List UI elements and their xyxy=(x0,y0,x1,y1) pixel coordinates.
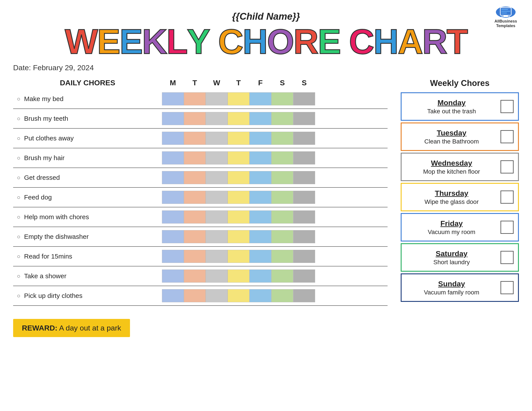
day-box[interactable] xyxy=(293,132,315,145)
day-box[interactable] xyxy=(184,250,206,263)
day-box[interactable] xyxy=(228,289,249,302)
day-box[interactable] xyxy=(228,191,249,204)
day-box[interactable] xyxy=(206,230,228,243)
child-name: {{Child Name}} xyxy=(13,11,519,22)
day-box[interactable] xyxy=(293,92,315,105)
day-box[interactable] xyxy=(228,151,249,165)
day-box[interactable] xyxy=(271,250,293,263)
day-box[interactable] xyxy=(162,230,184,243)
day-box[interactable] xyxy=(206,289,228,302)
day-box[interactable] xyxy=(249,230,271,243)
day-box[interactable] xyxy=(162,92,184,105)
day-box[interactable] xyxy=(293,151,315,165)
day-box[interactable] xyxy=(249,112,271,125)
day-box[interactable] xyxy=(293,270,315,283)
day-box[interactable] xyxy=(271,289,293,302)
day-box[interactable] xyxy=(228,210,249,224)
day-box[interactable] xyxy=(162,191,184,204)
day-box[interactable] xyxy=(206,191,228,204)
day-box[interactable] xyxy=(293,289,315,302)
logo: AllBusinessTemplates xyxy=(493,7,519,28)
day-box[interactable] xyxy=(293,112,315,125)
day-box[interactable] xyxy=(271,270,293,283)
day-box[interactable] xyxy=(228,250,249,263)
day-box[interactable] xyxy=(293,210,315,224)
day-box[interactable] xyxy=(249,132,271,145)
day-box[interactable] xyxy=(228,230,249,243)
day-box[interactable] xyxy=(228,270,249,283)
letter-c1: C xyxy=(218,24,243,59)
day-box[interactable] xyxy=(293,171,315,184)
day-box[interactable] xyxy=(271,132,293,145)
day-box[interactable] xyxy=(271,151,293,165)
day-box[interactable] xyxy=(249,151,271,165)
weekly-item-tuesday: Tuesday Clean the Bathroom xyxy=(401,122,519,151)
day-box[interactable] xyxy=(162,171,184,184)
day-box[interactable] xyxy=(249,289,271,302)
svg-rect-2 xyxy=(501,16,510,17)
chore-row: ○ Brush my teeth xyxy=(13,109,388,129)
day-box[interactable] xyxy=(206,112,228,125)
chore-name: Brush my hair xyxy=(24,154,162,162)
day-box[interactable] xyxy=(293,250,315,263)
day-box[interactable] xyxy=(271,112,293,125)
day-box[interactable] xyxy=(228,132,249,145)
day-box[interactable] xyxy=(228,92,249,105)
logo-circle xyxy=(496,7,516,18)
day-box[interactable] xyxy=(271,171,293,184)
day-box[interactable] xyxy=(249,191,271,204)
day-box[interactable] xyxy=(184,132,206,145)
day-box[interactable] xyxy=(293,191,315,204)
day-box[interactable] xyxy=(249,210,271,224)
day-box[interactable] xyxy=(249,250,271,263)
day-box[interactable] xyxy=(184,171,206,184)
weekly-checkbox[interactable] xyxy=(501,130,514,143)
day-box[interactable] xyxy=(206,132,228,145)
day-box[interactable] xyxy=(206,270,228,283)
day-box[interactable] xyxy=(162,270,184,283)
day-box[interactable] xyxy=(206,250,228,263)
day-box[interactable] xyxy=(228,112,249,125)
day-box[interactable] xyxy=(184,191,206,204)
day-box[interactable] xyxy=(184,151,206,165)
day-box[interactable] xyxy=(206,210,228,224)
chore-name: Help mom with chores xyxy=(24,213,162,221)
chore-name: Read for 15mins xyxy=(24,253,162,260)
weekly-checkbox[interactable] xyxy=(501,160,514,173)
day-box[interactable] xyxy=(184,230,206,243)
day-box[interactable] xyxy=(249,171,271,184)
day-box[interactable] xyxy=(271,230,293,243)
day-box[interactable] xyxy=(162,250,184,263)
chore-row: ○ Read for 15mins xyxy=(13,247,388,266)
chore-name: Take a shower xyxy=(24,272,162,280)
day-box[interactable] xyxy=(162,210,184,224)
day-box[interactable] xyxy=(162,151,184,165)
day-box[interactable] xyxy=(162,132,184,145)
day-box[interactable] xyxy=(271,210,293,224)
day-box[interactable] xyxy=(162,289,184,302)
day-box[interactable] xyxy=(184,112,206,125)
day-box[interactable] xyxy=(184,289,206,302)
date-label: Date: February 29, 2024 xyxy=(13,64,519,72)
day-box[interactable] xyxy=(162,112,184,125)
weekly-checkbox[interactable] xyxy=(501,251,514,264)
day-box[interactable] xyxy=(249,270,271,283)
svg-rect-3 xyxy=(501,9,508,10)
letter-e3: E xyxy=(318,24,340,59)
day-box[interactable] xyxy=(271,191,293,204)
day-box[interactable] xyxy=(249,92,271,105)
chore-boxes xyxy=(162,132,315,145)
weekly-checkbox[interactable] xyxy=(501,190,514,204)
day-box[interactable] xyxy=(271,92,293,105)
day-box[interactable] xyxy=(206,151,228,165)
day-box[interactable] xyxy=(228,171,249,184)
day-box[interactable] xyxy=(184,92,206,105)
day-box[interactable] xyxy=(206,171,228,184)
weekly-checkbox[interactable] xyxy=(501,100,514,113)
weekly-checkbox[interactable] xyxy=(501,281,514,294)
day-box[interactable] xyxy=(206,92,228,105)
day-box[interactable] xyxy=(293,230,315,243)
weekly-checkbox[interactable] xyxy=(501,221,514,234)
day-box[interactable] xyxy=(184,270,206,283)
day-box[interactable] xyxy=(184,210,206,224)
